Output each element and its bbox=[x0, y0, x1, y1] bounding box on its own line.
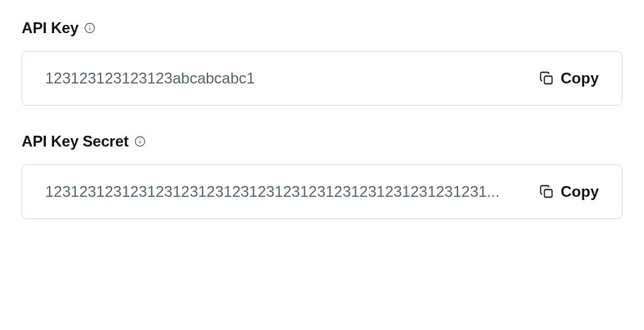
api-key-secret-value: 1231231231231231231231231231231231231231… bbox=[45, 183, 524, 201]
svg-point-2 bbox=[90, 25, 91, 27]
copy-api-key-button[interactable]: Copy bbox=[539, 69, 599, 87]
copy-api-key-secret-button[interactable]: Copy bbox=[539, 183, 599, 201]
api-key-secret-label: API Key Secret bbox=[22, 133, 129, 150]
copy-label: Copy bbox=[561, 69, 599, 87]
api-key-secret-section: API Key Secret 1231231231231231231231231… bbox=[22, 133, 622, 219]
copy-icon bbox=[539, 184, 554, 199]
svg-point-6 bbox=[139, 139, 141, 140]
svg-rect-7 bbox=[545, 190, 552, 197]
api-key-box: 123123123123123abcabcabc1 Copy bbox=[22, 51, 622, 106]
api-key-label: API Key bbox=[22, 19, 78, 37]
api-key-value: 123123123123123abcabcabc1 bbox=[45, 69, 524, 87]
copy-icon bbox=[539, 71, 554, 86]
api-key-label-row: API Key bbox=[22, 19, 622, 37]
api-key-secret-box: 1231231231231231231231231231231231231231… bbox=[22, 164, 622, 219]
api-key-section: API Key 123123123123123abcabcabc1 Copy bbox=[22, 19, 622, 106]
info-icon[interactable] bbox=[83, 22, 96, 34]
svg-rect-3 bbox=[545, 76, 552, 84]
api-key-secret-label-row: API Key Secret bbox=[22, 133, 622, 150]
info-icon[interactable] bbox=[134, 135, 146, 148]
copy-label: Copy bbox=[561, 183, 599, 201]
